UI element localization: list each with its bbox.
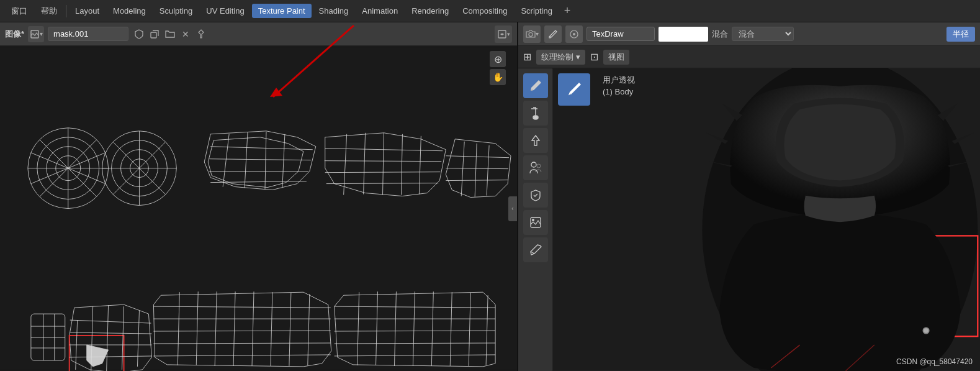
svg-point-89: [573, 33, 575, 35]
image-type-dropdown[interactable]: ▾: [28, 26, 44, 42]
tab-modeling[interactable]: Modeling: [107, 4, 152, 18]
copy-icon-btn[interactable]: [148, 27, 161, 41]
tab-rendering[interactable]: Rendering: [405, 4, 455, 18]
main-content: 图像* ▾: [0, 22, 980, 371]
brush-icon: [548, 29, 558, 39]
shield-icon: [135, 29, 143, 39]
camera-icon-btn[interactable]: ▾: [523, 25, 541, 43]
image-tool-icon: [529, 216, 542, 229]
viewport-mode-label: 用户透视: [603, 75, 635, 86]
tool-mask-button[interactable]: [523, 183, 548, 208]
pan-button[interactable]: ✋: [490, 69, 506, 85]
tab-uv-editing[interactable]: UV Editing: [200, 4, 250, 18]
texture-paint-label: 纹理绘制: [541, 52, 573, 63]
tab-shading[interactable]: Shading: [313, 4, 355, 18]
image-icon: [30, 29, 40, 39]
zoom-in-icon: ⊕: [494, 53, 502, 65]
half-radius-button[interactable]: 半径: [946, 27, 975, 42]
tab-compositing[interactable]: Compositing: [456, 4, 513, 18]
mask-icon: [529, 188, 542, 202]
svg-point-87: [529, 32, 533, 36]
add-workspace-button[interactable]: +: [560, 4, 575, 19]
menu-window[interactable]: 窗口: [5, 3, 34, 19]
tool-eraser-button[interactable]: [523, 237, 548, 262]
active-tool-icon: [558, 73, 590, 106]
smear-icon: [529, 134, 542, 147]
3d-viewport[interactable]: 用户透视 (1) Body: [553, 68, 980, 371]
blend-select[interactable]: 混合 正片叠底 叠加: [732, 27, 794, 41]
uv-view-button[interactable]: ▾: [495, 25, 512, 43]
svg-point-101: [924, 328, 928, 332]
divider: [66, 5, 66, 17]
svg-point-94: [537, 164, 541, 168]
uv-editor-panel: 图像* ▾: [0, 22, 518, 371]
svg-point-93: [531, 162, 536, 167]
grid-icon: ⊞: [523, 51, 531, 63]
view-icon: [497, 29, 507, 39]
uv-header-icons: ✕: [132, 27, 208, 41]
3d-scene: [553, 68, 980, 371]
close-icon-btn[interactable]: ✕: [179, 27, 192, 41]
eraser-icon: [529, 243, 542, 257]
zoom-in-button[interactable]: ⊕: [490, 51, 506, 67]
tab-scripting[interactable]: Scripting: [515, 4, 559, 18]
pin-icon-btn[interactable]: [194, 27, 208, 41]
tab-layout[interactable]: Layout: [69, 4, 106, 18]
right-main: 用户透视 (1) Body: [518, 68, 980, 371]
uv-canvas[interactable]: ⊕ ✋ ‹: [0, 46, 517, 371]
texdraw-input[interactable]: [587, 27, 655, 41]
mask-name-input[interactable]: [48, 27, 128, 41]
close-icon: ✕: [182, 29, 189, 39]
tab-texture-paint[interactable]: Texture Paint: [252, 4, 312, 18]
brush-tool-icon: [565, 81, 583, 98]
uv-editor-label: 图像*: [5, 29, 24, 40]
tool-fill-button[interactable]: [523, 101, 548, 126]
folder-icon-btn[interactable]: [163, 27, 177, 41]
pin-icon: [197, 29, 205, 39]
svg-point-96: [532, 219, 534, 221]
tool-draw-button[interactable]: [523, 73, 548, 98]
color-picker[interactable]: [659, 27, 708, 42]
clone-icon: [529, 161, 542, 175]
uv-header-right: ▾: [495, 25, 512, 43]
blend-label: 混合: [712, 29, 728, 40]
viewport-info: 用户透视 (1) Body: [603, 75, 635, 96]
camera-icon: [526, 29, 536, 39]
top-menu-bar: 窗口 帮助 Layout Modeling Sculpting UV Editi…: [0, 0, 980, 22]
tool-smear-button[interactable]: [523, 128, 548, 153]
circle-icon: [569, 29, 579, 39]
circle-icon-btn[interactable]: [565, 25, 583, 43]
tool-image-button[interactable]: [523, 210, 548, 235]
right-second-bar: ⊞ 纹理绘制 ▾ ⊡ 视图: [518, 46, 980, 68]
copy-icon: [150, 30, 159, 39]
menu-help[interactable]: 帮助: [35, 3, 63, 19]
svg-point-91: [533, 116, 537, 119]
folder-icon: [165, 30, 175, 38]
pan-icon: ✋: [493, 72, 503, 82]
menu-items: 窗口 帮助 Layout Modeling Sculpting UV Editi…: [0, 3, 580, 19]
tool-sidebar: [518, 68, 553, 371]
shield-icon-btn[interactable]: [132, 27, 146, 41]
tab-sculpting[interactable]: Sculpting: [153, 4, 199, 18]
viewport-object-label: (1) Body: [603, 87, 635, 96]
tab-animation[interactable]: Animation: [356, 4, 404, 18]
brush-icon-btn[interactable]: [544, 25, 562, 43]
view-button[interactable]: 视图: [603, 50, 629, 65]
right-panel: ▾ 混合 混合: [518, 22, 980, 371]
uv-zoom-controls: ⊕ ✋: [490, 51, 506, 85]
uv-wireframe-display: [0, 46, 517, 371]
chevron-icon: ‹: [511, 205, 513, 212]
svg-rect-1: [151, 32, 156, 38]
tool-clone-button[interactable]: [523, 155, 548, 180]
uv-editor-header: 图像* ▾: [0, 22, 517, 46]
view-square-icon: ⊡: [590, 51, 598, 63]
fill-icon: [529, 106, 542, 120]
watermark: CSDN @qq_58047420: [896, 357, 973, 366]
right-top-bar: ▾ 混合 混合: [518, 22, 980, 46]
active-tool-indicator: [558, 73, 590, 106]
draw-brush-icon: [529, 79, 542, 93]
panel-toggle[interactable]: ‹: [508, 196, 517, 221]
texture-paint-dropdown[interactable]: 纹理绘制 ▾: [536, 50, 585, 65]
view-label: 视图: [608, 52, 624, 63]
dropdown-arrow-icon: ▾: [576, 52, 580, 62]
